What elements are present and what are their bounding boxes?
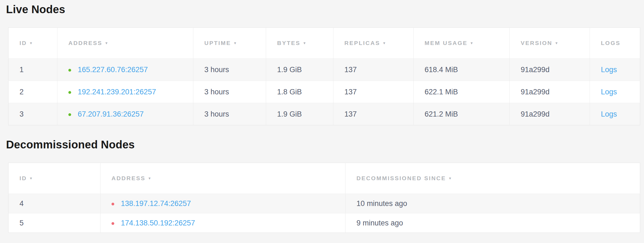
bytes-cell: 1.8 GiB <box>266 81 333 103</box>
column-header-label: MEM USAGE <box>425 40 468 46</box>
node-decommissioned-icon <box>111 203 114 205</box>
live-nodes-title: Live Nodes <box>6 0 644 16</box>
live-nodes-section: Live Nodes ID▾ ADDRESS▾ UPTIME▾ <box>0 0 644 125</box>
logs-cell: Logs <box>590 81 640 103</box>
decommissioned-since-cell: 10 minutes ago <box>345 194 640 213</box>
version-cell: 91a299d <box>510 103 590 125</box>
mem-usage-cell: 618.4 MiB <box>414 59 510 81</box>
column-header-id[interactable]: ID▾ <box>9 163 101 194</box>
replicas-cell: 137 <box>333 81 414 103</box>
column-header-replicas[interactable]: REPLICAS▾ <box>333 28 414 59</box>
column-header-label: ID <box>19 40 27 46</box>
live-nodes-header-row: ID▾ ADDRESS▾ UPTIME▾ BYTES▾ REPLICAS▾ <box>9 28 640 59</box>
column-header-id[interactable]: ID▾ <box>9 28 57 59</box>
address-cell: 67.207.91.36:26257 <box>57 103 193 125</box>
sort-arrow-icon: ▾ <box>449 176 452 181</box>
mem-usage-cell: 621.2 MiB <box>414 103 510 125</box>
sort-arrow-icon: ▾ <box>105 41 108 46</box>
node-address-link[interactable]: 138.197.12.74:26257 <box>121 199 191 208</box>
column-header-mem-usage[interactable]: MEM USAGE▾ <box>414 28 510 59</box>
decommissioned-nodes-section: Decommissioned Nodes ID▾ ADDRESS▾ DECOMM… <box>0 138 644 233</box>
column-header-decommissioned-since[interactable]: DECOMMISSIONED SINCE▾ <box>345 163 640 194</box>
live-node-row: 2 192.241.239.201:26257 3 hours 1.8 GiB … <box>9 81 640 103</box>
sort-arrow-icon: ▾ <box>30 176 33 181</box>
column-header-label: UPTIME <box>204 40 231 46</box>
replicas-cell: 137 <box>333 103 414 125</box>
node-logs-link[interactable]: Logs <box>601 88 617 96</box>
node-logs-link[interactable]: Logs <box>601 110 617 118</box>
logs-cell: Logs <box>590 103 640 125</box>
column-header-address[interactable]: ADDRESS▾ <box>101 163 345 194</box>
decommissioned-node-row: 4 138.197.12.74:26257 10 minutes ago <box>9 194 640 213</box>
column-header-version[interactable]: VERSION▾ <box>510 28 590 59</box>
id-cell: 5 <box>9 213 101 233</box>
mem-usage-cell: 622.1 MiB <box>414 81 510 103</box>
bytes-cell: 1.9 GiB <box>266 59 333 81</box>
node-live-icon <box>68 91 71 94</box>
nodes-overview-page: Live Nodes ID▾ ADDRESS▾ UPTIME▾ <box>0 0 644 233</box>
decommissioned-nodes-table: ID▾ ADDRESS▾ DECOMMISSIONED SINCE▾ 4 138… <box>8 163 640 233</box>
column-header-address[interactable]: ADDRESS▾ <box>57 28 193 59</box>
live-nodes-table: ID▾ ADDRESS▾ UPTIME▾ BYTES▾ REPLICAS▾ <box>8 27 640 125</box>
bytes-cell: 1.9 GiB <box>266 103 333 125</box>
column-header-logs: LOGS <box>590 28 640 59</box>
version-cell: 91a299d <box>510 59 590 81</box>
node-live-icon <box>68 113 71 116</box>
logs-cell: Logs <box>590 59 640 81</box>
uptime-cell: 3 hours <box>193 103 266 125</box>
id-cell: 3 <box>9 103 57 125</box>
address-cell: 165.227.60.76:26257 <box>57 59 193 81</box>
node-address-link[interactable]: 192.241.239.201:26257 <box>78 88 156 96</box>
decommissioned-since-cell: 9 minutes ago <box>345 213 640 233</box>
sort-arrow-icon: ▾ <box>471 41 474 46</box>
id-cell: 4 <box>9 194 101 213</box>
column-header-label: VERSION <box>521 40 553 46</box>
address-cell: 138.197.12.74:26257 <box>101 194 345 213</box>
column-header-label: LOGS <box>601 40 621 46</box>
sort-arrow-icon: ▾ <box>383 41 386 46</box>
node-address-link[interactable]: 67.207.91.36:26257 <box>78 110 144 118</box>
column-header-label: ADDRESS <box>111 175 146 181</box>
sort-arrow-icon: ▾ <box>30 41 33 46</box>
column-header-label: ADDRESS <box>68 40 102 46</box>
sort-arrow-icon: ▾ <box>303 41 306 46</box>
column-header-bytes[interactable]: BYTES▾ <box>266 28 333 59</box>
column-header-uptime[interactable]: UPTIME▾ <box>193 28 266 59</box>
node-address-link[interactable]: 165.227.60.76:26257 <box>78 66 148 74</box>
decommissioned-nodes-header-row: ID▾ ADDRESS▾ DECOMMISSIONED SINCE▾ <box>9 163 640 194</box>
address-cell: 174.138.50.192:26257 <box>101 213 345 233</box>
node-decommissioned-icon <box>111 222 114 225</box>
live-node-row: 3 67.207.91.36:26257 3 hours 1.9 GiB 137… <box>9 103 640 125</box>
uptime-cell: 3 hours <box>193 81 266 103</box>
decommissioned-node-row: 5 174.138.50.192:26257 9 minutes ago <box>9 213 640 233</box>
version-cell: 91a299d <box>510 81 590 103</box>
column-header-label: BYTES <box>277 40 300 46</box>
sort-arrow-icon: ▾ <box>234 41 237 46</box>
id-cell: 1 <box>9 59 57 81</box>
node-address-link[interactable]: 174.138.50.192:26257 <box>121 219 195 227</box>
decommissioned-nodes-title: Decommissioned Nodes <box>6 138 644 151</box>
column-header-label: REPLICAS <box>344 40 380 46</box>
replicas-cell: 137 <box>333 59 414 81</box>
sort-arrow-icon: ▾ <box>149 176 152 181</box>
node-logs-link[interactable]: Logs <box>601 66 617 74</box>
address-cell: 192.241.239.201:26257 <box>57 81 193 103</box>
column-header-label: ID <box>19 175 27 181</box>
sort-arrow-icon: ▾ <box>556 41 559 46</box>
live-node-row: 1 165.227.60.76:26257 3 hours 1.9 GiB 13… <box>9 59 640 81</box>
node-live-icon <box>68 69 71 72</box>
id-cell: 2 <box>9 81 57 103</box>
uptime-cell: 3 hours <box>193 59 266 81</box>
column-header-label: DECOMMISSIONED SINCE <box>356 175 446 181</box>
